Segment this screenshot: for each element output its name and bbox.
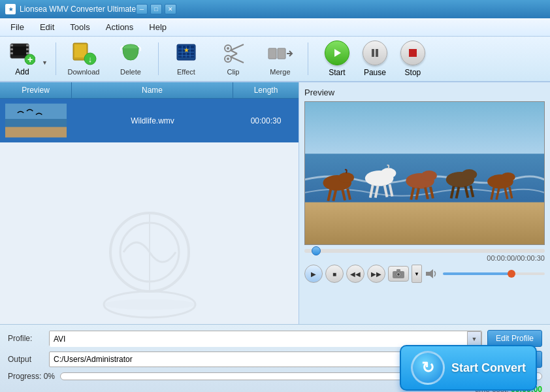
svg-rect-85 (396, 269, 400, 272)
merge-label: Merge (270, 68, 290, 76)
effect-icon: ★ (173, 42, 199, 65)
svg-rect-38 (409, 49, 417, 57)
preview-forward-button[interactable]: ▶▶ (367, 265, 385, 283)
svg-rect-12 (74, 44, 86, 57)
svg-text:★: ★ (183, 46, 189, 54)
svg-rect-34 (278, 48, 285, 59)
profile-label: Profile: (8, 334, 44, 343)
download-label: Download (67, 68, 99, 76)
svg-line-28 (231, 57, 244, 63)
download-button[interactable]: ↓ Download (61, 40, 106, 78)
volume-slider[interactable] (443, 272, 545, 275)
download-icon: ↓ (71, 42, 97, 65)
svg-rect-42 (5, 127, 67, 137)
watermark (84, 200, 215, 318)
titlebar: ★ Lionsea WMV Converter Ultimate ─ □ ✕ (0, 0, 550, 18)
svg-text:↓: ↓ (88, 54, 93, 64)
delete-button[interactable]: Delete (108, 40, 153, 78)
svg-rect-51 (305, 203, 544, 244)
toolbar-separator-1 (56, 42, 56, 75)
start-convert-button[interactable]: Start Convert (400, 345, 537, 391)
menu-tools[interactable]: Tools (62, 20, 97, 35)
svg-point-65 (421, 171, 437, 181)
playback-controls: Start Pause Stop (320, 40, 430, 78)
start-button[interactable]: Start (320, 40, 354, 78)
svg-point-84 (397, 273, 400, 276)
add-arrow-icon: ▼ (42, 59, 48, 66)
toolbar-separator-3 (308, 42, 308, 75)
svg-rect-37 (376, 49, 378, 57)
svg-rect-4 (10, 48, 13, 50)
preview-rewind-button[interactable]: ◀◀ (346, 265, 364, 283)
output-path-input[interactable] (49, 351, 453, 367)
screenshot-dropdown[interactable]: ▼ (412, 265, 422, 283)
svg-line-27 (231, 44, 244, 50)
maximize-button[interactable]: □ (150, 4, 162, 14)
screenshot-button[interactable] (388, 266, 409, 282)
svg-rect-36 (372, 49, 374, 57)
clip-label: Clip (227, 68, 239, 76)
app-title: Lionsea WMV Converter Ultimate (20, 5, 136, 14)
add-button-group[interactable]: + Add ▼ (5, 40, 50, 78)
preview-slider[interactable] (304, 249, 545, 253)
table-row[interactable]: Wildlife.wmv 00:00:30 (0, 99, 299, 142)
svg-line-30 (231, 54, 237, 57)
preview-play-button[interactable]: ▶ (304, 265, 323, 283)
delete-icon (118, 42, 144, 65)
svg-point-32 (227, 57, 229, 60)
file-name: Wildlife.wmv (72, 99, 233, 142)
svg-rect-6 (26, 44, 29, 46)
volume-icon (425, 267, 438, 280)
svg-rect-7 (26, 48, 29, 50)
svg-point-53 (338, 172, 354, 183)
menu-edit[interactable]: Edit (32, 20, 62, 35)
preview-controls: ▶ ■ ◀◀ ▶▶ ▼ (304, 265, 545, 283)
stop-label: Stop (405, 68, 421, 77)
menu-help[interactable]: Help (141, 20, 174, 35)
add-main-button[interactable]: + Add (5, 39, 39, 79)
start-convert-area: Start Convert (400, 345, 537, 391)
stop-button[interactable]: Stop (396, 40, 430, 78)
effect-button[interactable]: ★ Effect (164, 40, 208, 78)
toolbar-separator-2 (158, 42, 159, 75)
svg-rect-40 (5, 104, 67, 120)
menu-file[interactable]: File (3, 20, 32, 35)
app-logo: ★ (5, 4, 16, 14)
output-label: Output (8, 355, 44, 364)
header-preview: Preview (0, 82, 72, 98)
clip-button[interactable]: Clip (211, 40, 255, 78)
toolbar: + Add ▼ ↓ Download (0, 37, 550, 82)
left-panel: Preview Name Length (0, 82, 299, 324)
window-controls: ─ □ ✕ (136, 4, 176, 14)
svg-point-71 (461, 169, 477, 180)
close-button[interactable]: ✕ (165, 4, 176, 14)
svg-point-77 (501, 172, 515, 182)
menubar: File Edit Tools Actions Help (0, 18, 550, 37)
slider-thumb[interactable] (312, 246, 321, 255)
pause-icon (363, 41, 387, 65)
merge-icon (267, 42, 293, 65)
minimize-button[interactable]: ─ (136, 4, 148, 14)
header-name: Name (72, 82, 233, 98)
merge-button[interactable]: Merge (258, 40, 302, 78)
bottom-container: Profile: ▼ Edit Profile Output Browse Op… (0, 324, 550, 392)
svg-point-59 (381, 168, 396, 178)
add-label: Add (15, 67, 29, 76)
svg-text:+: + (27, 54, 33, 65)
preview-title: Preview (304, 88, 545, 97)
svg-rect-2 (13, 46, 26, 56)
menu-actions[interactable]: Actions (98, 20, 142, 35)
progress-label: Progress: 0% (8, 372, 55, 381)
file-list-header: Preview Name Length (0, 82, 299, 99)
time-display: 00:00:00/00:00:30 (304, 254, 545, 262)
file-thumbnail-cell (0, 99, 72, 142)
main-content: Preview Name Length (0, 82, 550, 324)
right-panel: Preview (299, 82, 550, 324)
pause-label: Pause (364, 68, 386, 77)
preview-stop-button[interactable]: ■ (325, 265, 344, 283)
convert-icon (411, 351, 445, 385)
file-list: Wildlife.wmv 00:00:30 (0, 99, 299, 324)
volume-thumb[interactable] (508, 270, 515, 278)
add-dropdown-arrow[interactable]: ▼ (39, 40, 50, 78)
pause-button[interactable]: Pause (358, 40, 392, 78)
